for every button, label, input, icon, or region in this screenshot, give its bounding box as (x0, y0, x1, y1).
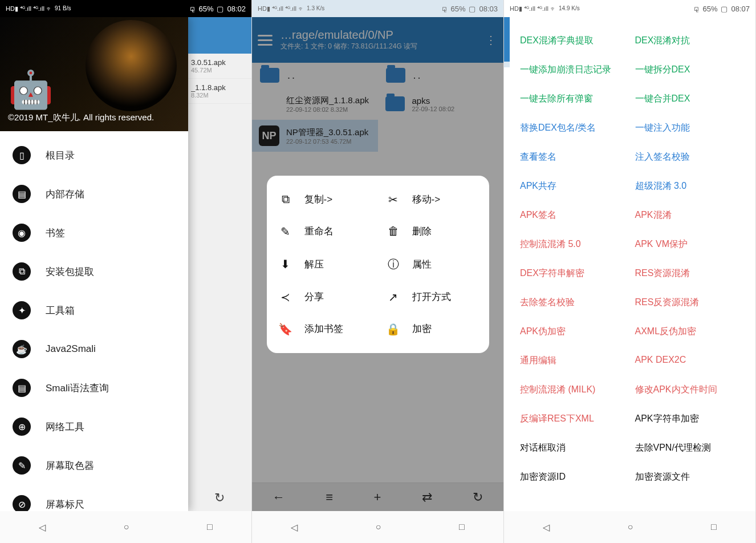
ctx-label: 属性 (412, 258, 432, 271)
drawer-item-0[interactable]: ▯根目录 (0, 136, 188, 175)
system-nav: ◁ ○ □ (504, 511, 755, 543)
tool-item[interactable]: APK伪加密 (518, 317, 627, 346)
tool-item[interactable]: 一键拆分DEX (633, 55, 742, 84)
ctx-item[interactable]: ↗打开方式 (378, 281, 486, 313)
tool-item[interactable]: APK字符串加密 (633, 404, 742, 433)
menu-label: 屏幕取色器 (46, 459, 94, 472)
background-gutter (504, 17, 510, 511)
tool-item[interactable]: DEX混淆对抗 (633, 26, 742, 55)
screen-file-manager: HD▮ ⁴ᴳ.ıll ⁴ᴳ.ıll ᯤ1.3 K/s ⚼65%▢08:03 …r… (252, 0, 504, 543)
home-icon[interactable]: ○ (124, 522, 129, 532)
menu-icon: ▯ (13, 146, 31, 164)
menu-icon: ▤ (13, 379, 31, 397)
status-bar: HD▮ ⁴ᴳ.ıll ⁴ᴳ.ıll ᯤ91 B/s ⚼65%▢08:02 (0, 0, 251, 17)
ctx-item[interactable]: ≺分享 (270, 281, 378, 313)
home-icon[interactable]: ○ (628, 522, 633, 532)
ctx-item[interactable]: 🔖添加书签 (270, 313, 378, 345)
tool-item[interactable]: 一键合并DEX (633, 84, 742, 114)
drawer-item-6[interactable]: ▤Smali语法查询 (0, 368, 188, 407)
ctx-item[interactable]: ⬇解压 (270, 248, 378, 281)
nav-drawer: 🤖 ©2019 MT_吹牛儿. All rights reserved. ▯根目… (0, 17, 188, 511)
tool-item[interactable]: APK混淆 (633, 201, 742, 230)
tool-item[interactable]: APK共存 (518, 172, 627, 201)
tool-item[interactable]: 加密资源ID (518, 463, 627, 492)
tool-item[interactable]: APK签名 (518, 201, 627, 230)
back-icon[interactable]: ◁ (291, 522, 298, 533)
copyright-text: ©2019 MT_吹牛儿. All rights reserved. (8, 112, 180, 123)
tool-item[interactable]: 控制流混淆 (MILK) (518, 375, 627, 404)
ctx-icon: ≺ (278, 290, 293, 304)
context-menu: ⧉复制->✂移动->✎重命名🗑删除⬇解压ⓘ属性≺分享↗打开方式🔖添加书签🔒加密 (267, 176, 489, 353)
back-icon[interactable]: ◁ (39, 522, 46, 533)
menu-icon: ✦ (13, 301, 31, 319)
drawer-header: 🤖 ©2019 MT_吹牛儿. All rights reserved. (0, 17, 188, 131)
tool-item[interactable]: 一键添加崩溃日志记录 (518, 55, 627, 84)
tool-item[interactable]: RES反资源混淆 (633, 288, 742, 317)
back-icon[interactable]: ◁ (543, 522, 550, 533)
recent-icon[interactable]: □ (207, 522, 213, 532)
tool-item[interactable]: DEX字符串解密 (518, 259, 627, 288)
tool-item[interactable]: 一键去除所有弹窗 (518, 84, 627, 114)
bluetooth-icon: ⚼ (190, 4, 195, 13)
modal-overlay[interactable]: ⧉复制->✂移动->✎重命名🗑删除⬇解压ⓘ属性≺分享↗打开方式🔖添加书签🔒加密 (252, 17, 503, 511)
menu-icon: ⧉ (13, 262, 31, 281)
system-nav: ◁ ○ □ (252, 511, 503, 543)
drawer-item-2[interactable]: ◉书签 (0, 213, 188, 252)
ctx-label: 解压 (304, 258, 324, 271)
tool-item[interactable]: 去除签名校验 (518, 288, 627, 317)
drawer-item-8[interactable]: ✎屏幕取色器 (0, 446, 188, 485)
ctx-item[interactable]: ✎重命名 (270, 216, 378, 248)
menu-icon: ▤ (13, 185, 31, 203)
ctx-icon: ⧉ (278, 193, 293, 206)
ctx-icon: ✎ (278, 225, 293, 238)
tool-item[interactable]: AXML反伪加密 (633, 317, 742, 346)
tool-item[interactable]: 反编译RES下XML (518, 404, 627, 433)
ctx-item[interactable]: ⧉复制-> (270, 184, 378, 216)
tool-item[interactable]: 一键注入功能 (633, 114, 742, 143)
tool-item[interactable]: 替换DEX包名/类名 (518, 114, 627, 143)
menu-icon: ⊕ (13, 418, 31, 436)
drawer-item-5[interactable]: ☕Java2Smali (0, 330, 188, 368)
tool-item[interactable]: 注入签名校验 (633, 143, 742, 172)
drawer-item-3[interactable]: ⧉安装包提取 (0, 252, 188, 291)
menu-icon: ✎ (13, 456, 31, 475)
home-icon[interactable]: ○ (376, 522, 381, 532)
tool-item[interactable]: APK VM保护 (633, 230, 742, 259)
ctx-label: 打开方式 (412, 290, 451, 303)
peek-file[interactable]: _1.1.8.apk8.32M (188, 79, 251, 104)
tool-item[interactable]: DEX混淆字典提取 (518, 26, 627, 55)
menu-label: 工具箱 (46, 304, 75, 317)
tool-item[interactable]: 通用编辑 (518, 346, 627, 375)
tool-item[interactable]: 超级混淆 3.0 (633, 172, 742, 201)
tool-item[interactable]: 控制流混淆 5.0 (518, 230, 627, 259)
ctx-item[interactable]: 🔒加密 (378, 313, 486, 345)
tool-item[interactable]: 修改APK内文件时间 (633, 375, 742, 404)
recent-icon[interactable]: □ (711, 522, 717, 532)
ctx-item[interactable]: ⓘ属性 (378, 248, 486, 281)
screen-tools: HD▮ ⁴ᴳ.ıll ⁴ᴳ.ıll ᯤ14.9 K/s ⚼65%▢08:07 D… (504, 0, 756, 543)
drawer-item-7[interactable]: ⊕网络工具 (0, 407, 188, 446)
drawer-item-9[interactable]: ⊘屏幕标尺 (0, 485, 188, 511)
drawer-item-1[interactable]: ▤内部存储 (0, 175, 188, 213)
ctx-icon: 🗑 (386, 225, 401, 238)
menu-icon: ◉ (13, 224, 31, 242)
tool-item[interactable]: APK DEX2C (633, 346, 742, 375)
ctx-icon: ⬇ (278, 257, 293, 271)
tool-item[interactable]: 去除VPN/代理检测 (633, 433, 742, 463)
tool-item[interactable]: 加密资源文件 (633, 463, 742, 492)
tool-item[interactable]: 查看签名 (518, 143, 627, 172)
tools-sheet: DEX混淆字典提取DEX混淆对抗一键添加崩溃日志记录一键拆分DEX一键去除所有弹… (510, 17, 750, 511)
recent-icon[interactable]: □ (459, 522, 465, 532)
ctx-item[interactable]: 🗑删除 (378, 216, 486, 248)
ctx-label: 分享 (304, 290, 324, 303)
tool-item[interactable]: 对话框取消 (518, 433, 627, 463)
refresh-icon[interactable]: ↻ (188, 491, 251, 505)
drawer-item-4[interactable]: ✦工具箱 (0, 291, 188, 330)
ctx-icon: 🔒 (386, 322, 401, 336)
ctx-icon: ⓘ (386, 257, 401, 272)
status-bar: HD▮ ⁴ᴳ.ıll ⁴ᴳ.ıll ᯤ1.3 K/s ⚼65%▢08:03 (252, 0, 503, 17)
menu-icon: ☕ (13, 340, 31, 358)
tool-item[interactable]: RES资源混淆 (633, 259, 742, 288)
peek-file[interactable]: 3.0.51.apk45.72M (188, 54, 251, 79)
ctx-item[interactable]: ✂移动-> (378, 184, 486, 216)
